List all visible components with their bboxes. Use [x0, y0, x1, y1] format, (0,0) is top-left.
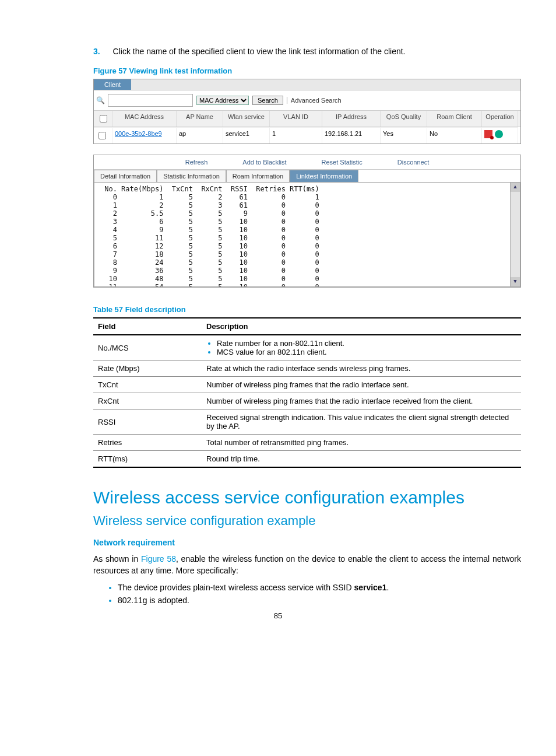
scroll-down-icon[interactable]: ▼ [511, 277, 520, 286]
client-panel: Client 🔍 MAC Address Search Advanced Sea… [93, 79, 521, 144]
desc-cell: Round trip time. [202, 451, 521, 468]
field-cell: RSSI [93, 410, 202, 435]
tab-detail[interactable]: Detail Information [94, 170, 157, 182]
field-cell: TxCnt [93, 377, 202, 393]
page-number: 85 [0, 611, 556, 620]
cell-ap: ap [177, 127, 223, 144]
step-text: Click the name of the specified client t… [113, 47, 406, 56]
figure-ref-link[interactable]: Figure 58 [141, 554, 176, 564]
disconnect-link[interactable]: Disconnect [397, 159, 429, 166]
desc-cell: Received signal strength indication. Thi… [202, 410, 521, 435]
step-line: 3. Click the name of the specified clien… [93, 47, 521, 56]
grid-header: MAC Address AP Name Wlan service VLAN ID… [94, 111, 520, 127]
info-tabs: Detail Information Statistic Information… [94, 170, 520, 182]
search-field-select[interactable]: MAC Address [196, 96, 249, 105]
col-ap: AP Name [177, 111, 223, 127]
reset-stat-link[interactable]: Reset Statistic [322, 159, 363, 166]
step-number: 3. [93, 47, 100, 56]
col-checkbox [94, 111, 112, 127]
col-qos: QoS Quality [381, 111, 427, 127]
grid-row: 000e-35b2-8be9 ap service1 1 192.168.1.2… [94, 127, 520, 144]
field-cell: Rate (Mbps) [93, 360, 202, 377]
th-desc: Description [202, 318, 521, 335]
cell-wlan: service1 [223, 127, 270, 144]
requirement-list: The device provides plain-text wireless … [93, 583, 521, 605]
figure-caption: Figure 57 Viewing link test information [93, 66, 521, 75]
linktest-text: No. Rate(Mbps) TxCnt RxCnt RSSI Retries … [100, 185, 516, 287]
field-cell: No./MCS [93, 335, 202, 360]
field-cell: RTT(ms) [93, 451, 202, 468]
search-icon: 🔍 [96, 96, 104, 104]
th-field: Field [93, 318, 202, 335]
search-button[interactable]: Search [252, 96, 283, 105]
refresh-icon[interactable] [495, 130, 503, 138]
blacklist-link[interactable]: Add to Blacklist [242, 159, 286, 166]
row-checkbox[interactable] [98, 132, 106, 139]
search-input[interactable] [108, 94, 193, 107]
desc-cell: Number of wireless ping frames that the … [202, 393, 521, 410]
network-req-paragraph: As shown in Figure 58, enable the wirele… [93, 553, 521, 577]
list-item: 802.11g is adopted. [118, 596, 521, 605]
col-op: Operation [482, 111, 518, 127]
scrollbar[interactable]: ▲ ▼ [510, 183, 520, 286]
tab-roam[interactable]: Roam Information [226, 170, 290, 182]
desc-cell: Total number of retransmitted ping frame… [202, 435, 521, 451]
action-row: Refresh Add to Blacklist Reset Statistic… [94, 155, 520, 170]
client-tab[interactable]: Client [94, 79, 131, 90]
subsection-heading: Wireless service configuration example [93, 513, 521, 528]
desc-cell: Number of wireless ping frames that the … [202, 377, 521, 393]
cell-qos: Yes [381, 127, 427, 144]
field-cell: Retries [93, 435, 202, 451]
field-description-table: Field Description No./MCSRate number for… [93, 317, 521, 468]
tab-linktest[interactable]: Linktest Information [290, 170, 358, 182]
client-tab-bar: Client [94, 79, 520, 90]
operation-cell [482, 127, 518, 144]
field-cell: RxCnt [93, 393, 202, 410]
col-roam: Roam Client [427, 111, 482, 127]
col-vlan: VLAN ID [270, 111, 322, 127]
cell-roam: No [427, 127, 482, 144]
scroll-up-icon[interactable]: ▲ [511, 183, 520, 192]
desc-cell: Rate at which the radio interface sends … [202, 360, 521, 377]
table-caption: Table 57 Field description [93, 305, 521, 314]
tab-statistic[interactable]: Statistic Information [157, 170, 226, 182]
disconnect-icon[interactable] [484, 130, 492, 138]
mac-link[interactable]: 000e-35b2-8be9 [115, 130, 162, 137]
refresh-link[interactable]: Refresh [185, 159, 208, 166]
section-heading: Wireless access service configuration ex… [93, 488, 521, 508]
advanced-search-link[interactable]: Advanced Search [287, 97, 342, 104]
desc-cell: Rate number for a non-802.11n client.MCS… [202, 335, 521, 360]
col-mac: MAC Address [112, 111, 177, 127]
list-item: The device provides plain-text wireless … [118, 583, 521, 592]
select-all-checkbox[interactable] [100, 115, 107, 123]
cell-ip: 192.168.1.21 [322, 127, 381, 144]
linktest-panel: Refresh Add to Blacklist Reset Statistic… [93, 155, 521, 288]
cell-vlan: 1 [270, 127, 322, 144]
sub2-heading: Network requirement [93, 538, 521, 547]
col-wlan: Wlan service [223, 111, 270, 127]
col-ip: IP Address [322, 111, 381, 127]
search-row: 🔍 MAC Address Search Advanced Search [94, 90, 520, 111]
linktest-data-pane: No. Rate(Mbps) TxCnt RxCnt RSSI Retries … [94, 182, 520, 287]
